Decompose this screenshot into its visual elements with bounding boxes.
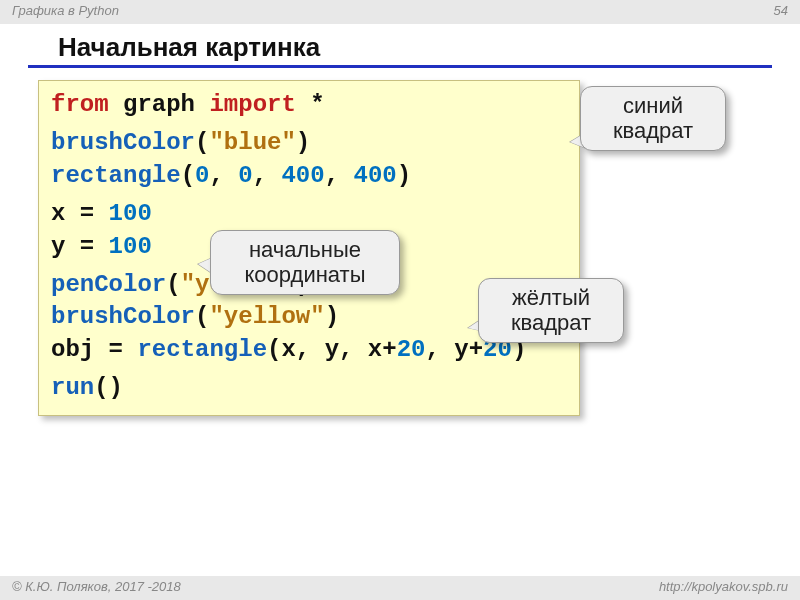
slide-footer: © К.Ю. Поляков, 2017 -2018 http://kpolya… — [0, 576, 800, 600]
code-line: from graph import * — [51, 89, 567, 121]
footer-url: http://kpolyakov.spb.ru — [659, 579, 788, 600]
page-number: 54 — [774, 3, 788, 24]
callout-yellow-square: жёлтый квадрат — [478, 278, 624, 343]
slide-title: Начальная картинка — [28, 24, 772, 68]
slide-header: Графика в Python 54 — [0, 0, 800, 24]
code-line: rectangle(0, 0, 400, 400) — [51, 160, 567, 192]
footer-copyright: © К.Ю. Поляков, 2017 -2018 — [12, 579, 181, 600]
callout-blue-square: синий квадрат — [580, 86, 726, 151]
callout-initial-coords: начальные координаты — [210, 230, 400, 295]
code-line: run() — [51, 372, 567, 404]
code-line: x = 100 — [51, 198, 567, 230]
header-left: Графика в Python — [12, 3, 119, 24]
code-line: brushColor("blue") — [51, 127, 567, 159]
